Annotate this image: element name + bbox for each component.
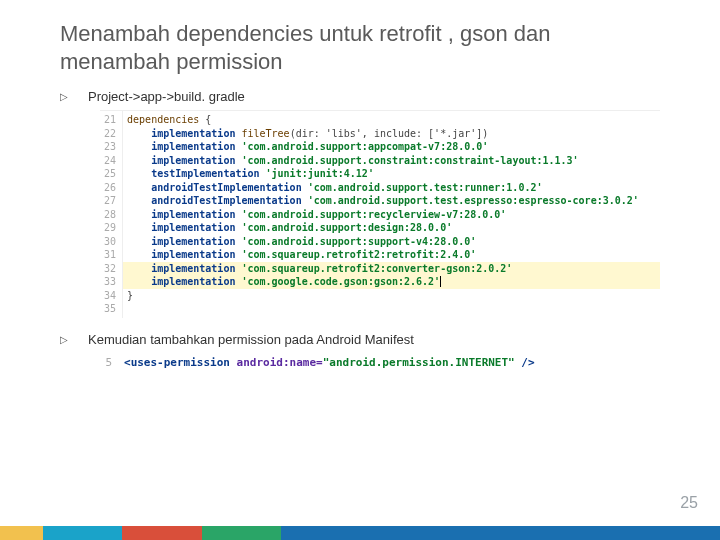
page-number: 25 [680,494,698,512]
gradle-code: dependencies { implementation fileTree(d… [123,111,660,318]
manifest-line-number: 5 [100,353,120,374]
manifest-code-block: 5 <uses-permission android:name="android… [100,353,660,374]
code-line: implementation 'com.android.support.cons… [127,154,656,168]
code-line: androidTestImplementation 'com.android.s… [127,181,656,195]
code-line: implementation 'com.google.code.gson:gso… [123,275,660,289]
xml-space [230,356,237,369]
code-line: dependencies { [127,113,656,127]
code-line: implementation 'com.android.support:recy… [127,208,656,222]
code-line: implementation 'com.android.support:supp… [127,235,656,249]
xml-attr-name: android:name= [237,356,323,369]
code-line: } [127,289,656,303]
code-line: implementation 'com.android.support:desi… [127,221,656,235]
xml-open: < [124,356,131,369]
bullet-2-text: Kemudian tambahkan permission pada Andro… [88,332,414,347]
code-line: implementation fileTree(dir: 'libs', inc… [127,127,656,141]
xml-close: /> [515,356,535,369]
code-line: implementation 'com.android.support:appc… [127,140,656,154]
line-number-gutter: 212223242526272829303132333435 [100,111,123,318]
footer-color-1 [0,526,43,540]
footer-stripe [0,526,720,540]
slide-title: Menambah dependencies untuk retrofit , g… [60,20,660,75]
code-line: androidTestImplementation 'com.android.s… [127,194,656,208]
code-line [127,302,656,316]
footer-color-3 [122,526,201,540]
footer-color-5 [281,526,720,540]
triangle-bullet-icon: ▷ [60,91,68,102]
bullet-1: ▷ Project->app->build. gradle [60,89,660,104]
xml-tag: uses-permission [131,356,230,369]
slide-body: Menambah dependencies untuk retrofit , g… [0,0,720,373]
manifest-code: <uses-permission android:name="android.p… [120,353,539,374]
footer-color-4 [202,526,281,540]
xml-attr-value: "android.permission.INTERNET" [323,356,515,369]
bullet-2: ▷ Kemudian tambahkan permission pada And… [60,332,660,347]
bullet-1-text: Project->app->build. gradle [88,89,245,104]
code-line: testImplementation 'junit:junit:4.12' [127,167,656,181]
code-line: implementation 'com.squareup.retrofit2:c… [123,262,660,276]
code-line: implementation 'com.squareup.retrofit2:r… [127,248,656,262]
footer-color-2 [43,526,122,540]
gradle-code-block: 212223242526272829303132333435 dependenc… [100,110,660,318]
triangle-bullet-icon: ▷ [60,334,68,345]
